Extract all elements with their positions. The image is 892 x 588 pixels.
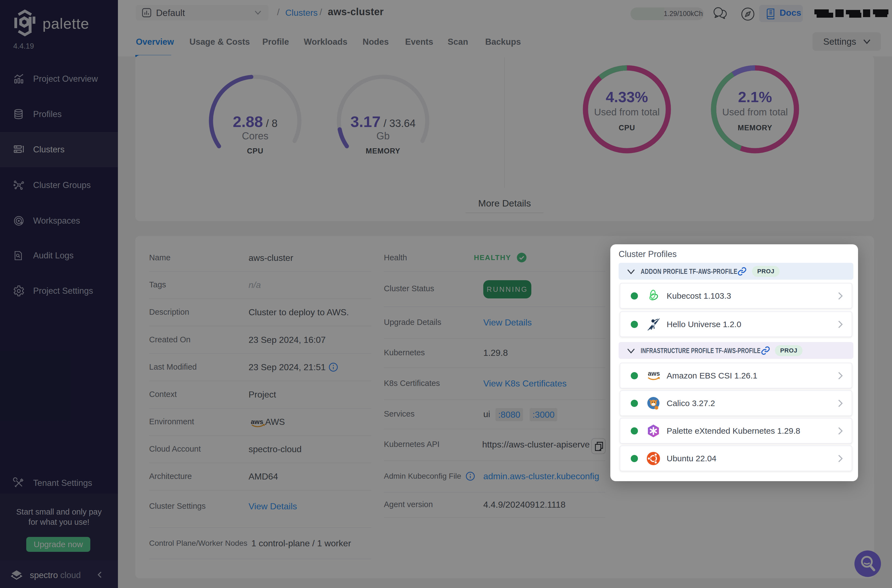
svg-text:aws: aws bbox=[648, 370, 660, 377]
